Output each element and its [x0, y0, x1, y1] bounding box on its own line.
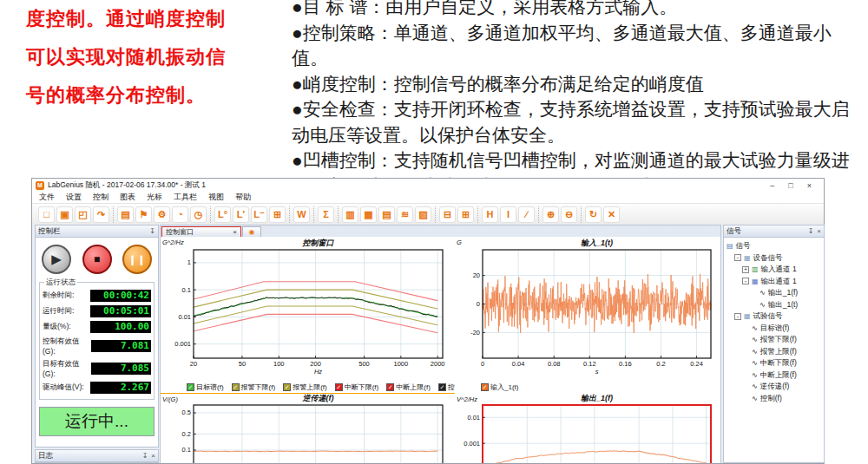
level-profile-1-icon[interactable]: L°: [214, 206, 231, 223]
tree-item-试验信号[interactable]: -▦试验信号: [734, 310, 824, 323]
chart-output-1f[interactable]: 0.010.0010.0001205010020050010002000输出_1…: [455, 394, 720, 463]
tab-close-icon[interactable]: ×: [233, 228, 237, 236]
tab-control-window[interactable]: 控制窗口 ×: [161, 226, 241, 237]
status-field-row: 目标有效值(G):7.085: [43, 359, 151, 378]
tree-item-label: 报警上限(f): [760, 346, 797, 358]
tree-item-中断下限(f)[interactable]: ∿中断下限(f): [742, 357, 824, 369]
title-bar[interactable]: M LabGenius 随机 - 2017-02-06 17.34.00* - …: [32, 179, 824, 192]
chart-control-window[interactable]: 10.10.010.001205010020050010002000控制窗口G^…: [161, 237, 455, 382]
svg-text:0.05: 0.05: [178, 462, 191, 463]
stop-button[interactable]: ■: [82, 245, 112, 274]
restore-button[interactable]: □: [788, 181, 792, 190]
pause-button[interactable]: ❙❙: [122, 245, 152, 274]
word-report-icon[interactable]: W: [293, 206, 310, 223]
bookmark-icon[interactable]: ⚑: [135, 206, 152, 223]
menu-设置[interactable]: 设置: [66, 192, 82, 203]
signal-wave-icon: ∿: [752, 381, 758, 393]
timer-icon[interactable]: ◷: [190, 206, 207, 223]
cursor-slope-icon[interactable]: ∕: [518, 206, 535, 223]
tree-item-中断上限(f)[interactable]: ∿中断上限(f): [742, 369, 824, 382]
tree-item-输出_1(f)[interactable]: ∿输出_1(f): [750, 287, 824, 299]
pin-icon[interactable]: ↧: [142, 452, 148, 460]
play-button[interactable]: ▶: [42, 245, 71, 274]
layout-single-icon[interactable]: ⊟: [439, 206, 456, 223]
legend-item: ✓目标谱(f): [187, 382, 224, 392]
svg-text:V/(G): V/(G): [162, 395, 178, 403]
legend-checkbox-icon[interactable]: ✓: [187, 383, 194, 391]
menu-图表[interactable]: 图表: [120, 192, 135, 203]
close-button[interactable]: ×: [807, 181, 812, 190]
cursor-vertical-icon[interactable]: I: [500, 206, 516, 223]
fit-view-icon[interactable]: ✕: [603, 206, 620, 223]
close-icon[interactable]: ×: [817, 227, 821, 235]
tree-item-设备信号[interactable]: -▦设备信号: [734, 252, 824, 265]
tree-item-报警下限(f)[interactable]: ∿报警下限(f): [742, 334, 824, 346]
chart-xy-icon[interactable]: ▨: [415, 206, 431, 223]
close-icon[interactable]: ×: [151, 452, 155, 460]
chart-inverse-transfer[interactable]: 0.50.20.10.05205010020050010002000逆传递(f)…: [161, 394, 455, 463]
link-window-icon[interactable]: ⊞: [269, 206, 286, 223]
tree-item-逆传递(f)[interactable]: ∿逆传递(f): [742, 381, 824, 393]
pin-icon[interactable]: ↧: [149, 227, 155, 235]
expand-icon[interactable]: +: [742, 266, 749, 273]
menu-光标[interactable]: 光标: [147, 192, 162, 203]
print-icon[interactable]: ▤: [117, 206, 134, 223]
legend-checkbox-icon[interactable]: ✓: [335, 383, 343, 391]
export-icon[interactable]: ↷: [93, 206, 109, 223]
schedule-icon[interactable]: ◔: [172, 206, 188, 223]
tree-item-输出通道 1[interactable]: -▦输出通道 1: [742, 276, 824, 288]
tree-item-输出_1(t)[interactable]: ∿输出_1(t): [750, 299, 824, 311]
collapse-icon[interactable]: -: [734, 254, 741, 261]
sigma-stats-icon[interactable]: Σ: [318, 206, 334, 223]
menu-视图[interactable]: 视图: [208, 192, 224, 203]
minimize-button[interactable]: –: [770, 181, 774, 190]
level-profile-3-icon[interactable]: L⁻: [251, 206, 267, 223]
svg-text:500: 500: [358, 360, 370, 368]
settings-icon[interactable]: ⚙: [154, 206, 170, 223]
zoom-out-icon[interactable]: ⊖: [561, 206, 577, 223]
status-fields: 剩余时间:00:00:42运行时间:00:05:01量级(%):100.00控制…: [43, 290, 151, 394]
chart-waterfall-icon[interactable]: ≋: [397, 206, 413, 223]
cursor-harmonic-icon[interactable]: H: [482, 206, 498, 223]
collapse-icon[interactable]: -: [734, 313, 741, 320]
save-icon[interactable]: ▣: [56, 206, 73, 223]
chart-bars-3-icon[interactable]: ▤: [378, 206, 395, 223]
legend-checkbox-icon[interactable]: ✓: [232, 383, 240, 391]
open-icon[interactable]: ◰: [75, 206, 91, 223]
new-test-icon[interactable]: □: [38, 206, 55, 223]
legend-checkbox-icon[interactable]: ✓: [386, 383, 394, 391]
svg-text:0.001: 0.001: [464, 440, 480, 448]
layout-grid-icon[interactable]: ⊞: [457, 206, 474, 223]
page: 度控制。通过峭度控制 可以实现对随机振动信 号的概率分布控制。 ●目 标 谱：由…: [0, 0, 868, 464]
field-value: 7.081: [91, 340, 151, 352]
legend-checkbox-icon[interactable]: ✓: [438, 383, 446, 391]
menu-bar: 文件设置控制图表光标工具栏视图帮助: [32, 192, 824, 203]
tree-item-报警上限(f)[interactable]: ∿报警上限(f): [742, 346, 824, 358]
chart-cell-control: 10.10.010.001205010020050010002000控制窗口G^…: [161, 237, 455, 394]
chart-bars-1-icon[interactable]: ▥: [342, 206, 358, 223]
menu-文件[interactable]: 文件: [39, 192, 55, 203]
tree-item-目标谱(f)[interactable]: ∿目标谱(f): [742, 323, 824, 335]
zoom-in-icon[interactable]: ⊕: [542, 206, 559, 223]
pin-icon[interactable]: ↧: [808, 227, 814, 235]
tab-snapshot[interactable]: ◉: [242, 226, 261, 237]
svg-text:0.001: 0.001: [174, 340, 191, 348]
tree-item-输入通道 1[interactable]: +▥输入通道 1: [742, 264, 824, 276]
menu-帮助[interactable]: 帮助: [235, 192, 251, 203]
menu-工具栏[interactable]: 工具栏: [174, 192, 197, 203]
tree-item-控制(f)[interactable]: ∿控制(f): [742, 393, 824, 405]
legend-label: 中断上限(f): [396, 382, 431, 392]
legend-input-1t: ✓输入_1(t): [455, 382, 720, 393]
refresh-icon[interactable]: ↻: [585, 206, 602, 223]
chart-bars-2-icon[interactable]: ▦: [360, 206, 377, 223]
menu-控制[interactable]: 控制: [93, 192, 108, 203]
legend-checkbox-icon[interactable]: ✓: [283, 383, 291, 391]
chart-input-1t[interactable]: 200-2000.040.080.120.160.20.24输入_1(t)Gs: [455, 237, 720, 382]
tree-item-信号[interactable]: ▤信号: [727, 240, 824, 252]
run-status-group: 运行状态 剩余时间:00:00:42运行时间:00:05:01量级(%):100…: [39, 282, 155, 400]
legend-checkbox-icon[interactable]: ✓: [481, 383, 489, 391]
collapse-icon[interactable]: -: [742, 278, 749, 284]
level-profile-2-icon[interactable]: L′: [233, 206, 249, 223]
chart-cell-input: 200-2000.040.080.120.160.20.24输入_1(t)Gs …: [455, 237, 720, 394]
signal-panel-header: 信号 ↧ ×: [724, 225, 824, 238]
